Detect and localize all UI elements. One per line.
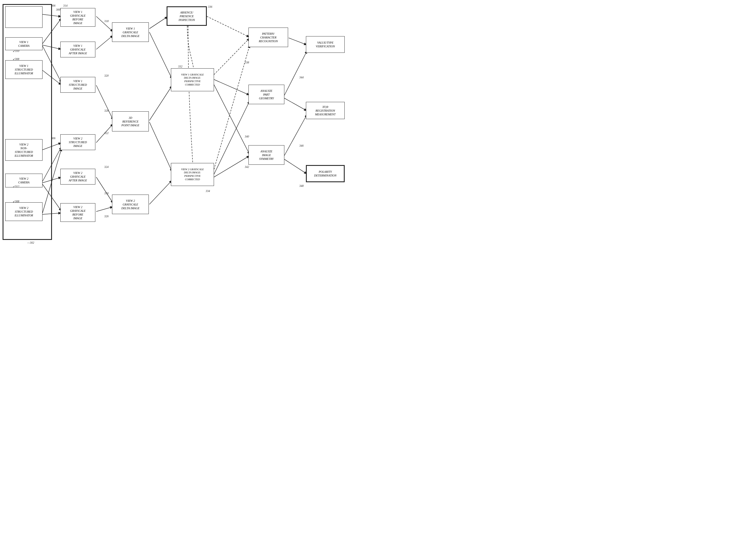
view2-non-struct-illum: VIEW 2NON-STRUCTUREDILLUMINATOR [5, 139, 43, 161]
ref-3d-point: 3DREFERENCEPOINT IMAGE [112, 111, 149, 132]
label-344: 344 [299, 76, 304, 79]
view2-structured-image: VIEW 2STRUCTUREDIMAGE [60, 134, 95, 150]
label-338: 338 [245, 61, 249, 64]
svg-line-12 [149, 85, 172, 121]
svg-line-24 [284, 98, 307, 111]
label-314: 314 [63, 4, 67, 7]
label-302: —302 [27, 241, 34, 244]
svg-line-11 [149, 32, 172, 80]
view1-grayscale-before: VIEW 1GRAYSCALEBEFOREIMAGE [60, 8, 95, 27]
svg-line-23 [284, 50, 307, 95]
svg-line-9 [96, 35, 113, 49]
svg-line-16 [214, 80, 250, 95]
view2-struct-illum: VIEW 2STRUCTUREDILLUMINATOR [5, 202, 43, 221]
label-310: ↙310 [13, 49, 19, 53]
svg-line-25 [284, 114, 307, 156]
label-312: ↙312 [13, 185, 19, 188]
svg-line-10 [96, 85, 113, 121]
label-322: 322 [104, 132, 109, 135]
svg-line-26 [284, 159, 307, 174]
label-342: 342 [245, 165, 249, 169]
label-306b: 306 [51, 137, 55, 140]
view2-grayscale-delta: VIEW 2GRAYSCALEDELTA IMAGE [112, 195, 149, 214]
label-346: 346 [299, 144, 304, 147]
view1-grayscale-after: VIEW 1GRAYSCALEAFTER IMAGE [60, 42, 95, 57]
label-324: 324 [104, 165, 109, 169]
absence-presence-inspection: ABSENCE/PRESENCEINSPECTION [167, 6, 207, 26]
view1-grayscale-delta: VIEW 1GRAYSCALEDELTA IMAGE [112, 22, 149, 42]
analyze-image-symmetry: ANALYZEIMAGESYMMETRY [248, 145, 284, 165]
view1-struct-illum: VIEW 1STRUCTUREDILLUMINATOR [5, 60, 43, 79]
view1-camera: VIEW 1CAMERA [5, 37, 43, 50]
svg-line-17 [214, 85, 250, 155]
label-300: 300 [56, 8, 60, 11]
value-type-verification: VALUE/TYPEVERIFICATION [306, 36, 345, 53]
view1-corrected: VIEW 1 GRAYSCALEDELTA IMAGE:PERSPECTIVEC… [171, 68, 214, 91]
view2-grayscale-after: VIEW 2GRAYSCALEAFTER IMAGE [60, 169, 95, 185]
label-318: 318 [104, 20, 109, 23]
svg-line-8 [96, 16, 113, 32]
view1-structured-image: VIEW 1STRUCTUREDIMAGE [60, 77, 95, 93]
label-308a: ↙308 [13, 57, 19, 61]
analyze-part-geometry: ANALYZEPARTGEOMETRY [248, 85, 284, 104]
pattern-character-recognition: PATTERN/CHARACTERRECOGNITION [248, 28, 288, 47]
polarity-determination: POLARITYDETERMINATION [306, 165, 345, 182]
view2-camera: VIEW 2CAMERA [5, 174, 43, 188]
label-326: 326 [104, 215, 109, 218]
svg-line-14 [149, 16, 168, 29]
svg-line-15 [214, 38, 250, 75]
label-332: 332 [178, 65, 182, 68]
svg-line-34 [96, 177, 113, 204]
label-308b: ↙308 [13, 200, 19, 203]
svg-line-22 [289, 38, 307, 45]
label-330: 330 [104, 192, 109, 195]
xy-theta-registration: XY,ΘREGISTRATIONMEASUREMENT [306, 102, 345, 119]
label-306a: 306 [51, 4, 55, 7]
svg-line-13 [149, 122, 172, 172]
label-320: 320 [104, 74, 109, 77]
view2-corrected: VIEW 2 GRAYSCALEDELTA IMAGE:PERSPECTIVEC… [171, 163, 214, 186]
view1-non-struct-illum [5, 6, 43, 28]
svg-line-36 [149, 180, 172, 204]
label-334: 334 [206, 190, 210, 193]
view2-grayscale-before: VIEW 2GRAYSCALEBEFOREIMAGE [60, 203, 95, 222]
svg-line-21 [207, 16, 250, 37]
label-340: 340 [245, 135, 249, 138]
svg-line-35 [96, 207, 113, 212]
diagram: VIEW 1CAMERA VIEW 1STRUCTUREDILLUMINATOR… [0, 0, 378, 274]
label-328: 328 [104, 109, 109, 112]
label-348: 348 [299, 184, 304, 188]
label-336: 336 [208, 5, 212, 8]
